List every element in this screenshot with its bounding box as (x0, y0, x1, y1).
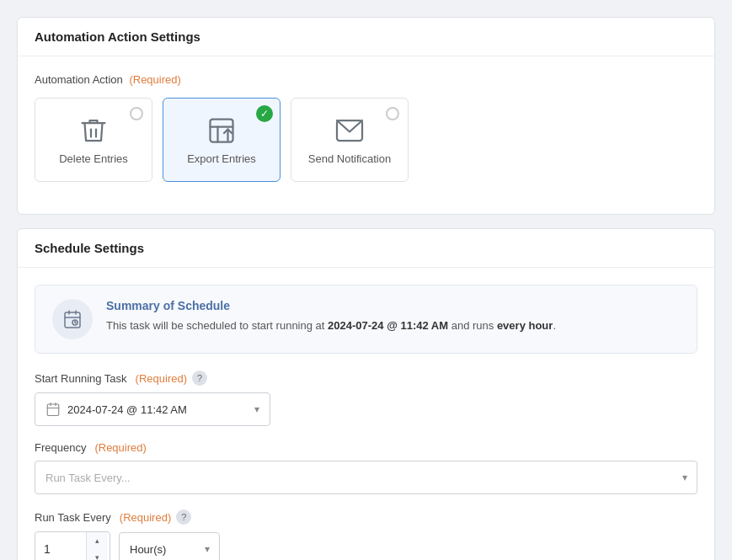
number-input-wrap: ▴ ▾ (35, 531, 110, 560)
frequency-select-wrap: Run Task Every... Every Hour Every Day E… (35, 461, 697, 494)
start-running-help-icon[interactable]: ? (192, 371, 207, 386)
schedule-icon-wrap (52, 299, 93, 339)
start-running-field: Start Running Task (Required) ? ▾ (35, 371, 697, 426)
svg-rect-10 (47, 404, 59, 416)
radio-notify (386, 107, 399, 120)
action-card-notify-label: Send Notification (308, 152, 391, 165)
action-card-delete[interactable]: Delete Entries (35, 98, 152, 182)
start-running-label: Start Running Task (Required) ? (35, 371, 697, 386)
automation-action-body: Automation Action (Required) Delete Entr… (18, 56, 714, 214)
export-icon (206, 115, 237, 146)
automation-action-section-title: Automation Action Settings (18, 18, 714, 56)
envelope-icon (334, 115, 365, 146)
checkmark-badge: ✓ (256, 105, 273, 122)
frequency-select[interactable]: Run Task Every... Every Hour Every Day E… (35, 461, 697, 494)
stepper-down-button[interactable]: ▾ (87, 549, 107, 560)
action-card-delete-label: Delete Entries (59, 152, 128, 165)
svg-rect-5 (65, 312, 80, 328)
frequency-field: Frequency (Required) Run Task Every... E… (35, 441, 697, 494)
datetime-dropdown-arrow: ▾ (254, 403, 259, 415)
schedule-summary-text-block: Summary of Schedule This task will be sc… (106, 299, 556, 334)
unit-select[interactable]: Hour(s) Day(s) Week(s) Month(s) (119, 532, 220, 560)
radio-delete (130, 107, 143, 120)
automation-action-field: Automation Action (Required) Delete Entr… (35, 73, 697, 182)
calendar-clock-icon (62, 309, 83, 329)
calendar-icon (45, 402, 61, 417)
stepper-buttons: ▴ ▾ (86, 532, 107, 560)
schedule-settings-card: Schedule Settings Summary of Schedule Th… (17, 228, 715, 560)
run-task-every-inputs: ▴ ▾ Hour(s) Day(s) Week(s) Month(s) ▾ (35, 531, 697, 560)
trash-icon (78, 115, 109, 146)
datetime-input[interactable] (67, 403, 248, 416)
action-cards-container: Delete Entries ✓ Export Entries (35, 98, 697, 182)
automation-action-settings-card: Automation Action Settings Automation Ac… (17, 17, 715, 215)
run-task-every-label: Run Task Every (Required) ? (35, 509, 697, 525)
summary-title: Summary of Schedule (106, 299, 556, 312)
action-card-notify[interactable]: Send Notification (291, 98, 409, 182)
required-indicator: (Required) (129, 73, 180, 86)
run-every-number-input[interactable] (35, 532, 86, 560)
automation-action-label: Automation Action (Required) (35, 73, 697, 86)
schedule-body: Summary of Schedule This task will be sc… (18, 268, 714, 560)
datetime-input-wrap[interactable]: ▾ (35, 392, 270, 426)
action-card-export-label: Export Entries (187, 152, 256, 165)
schedule-section-title: Schedule Settings (18, 229, 714, 268)
summary-description: This task will be scheduled to start run… (106, 317, 556, 334)
schedule-summary-box: Summary of Schedule This task will be sc… (35, 285, 697, 354)
unit-select-wrap: Hour(s) Day(s) Week(s) Month(s) ▾ (119, 532, 220, 560)
run-task-every-field: Run Task Every (Required) ? ▴ ▾ Hour(s) … (35, 509, 697, 560)
action-card-export[interactable]: ✓ Export Entries (163, 98, 281, 182)
run-task-help-icon[interactable]: ? (176, 509, 191, 525)
stepper-up-button[interactable]: ▴ (87, 532, 107, 549)
frequency-label: Frequency (Required) (35, 441, 697, 454)
